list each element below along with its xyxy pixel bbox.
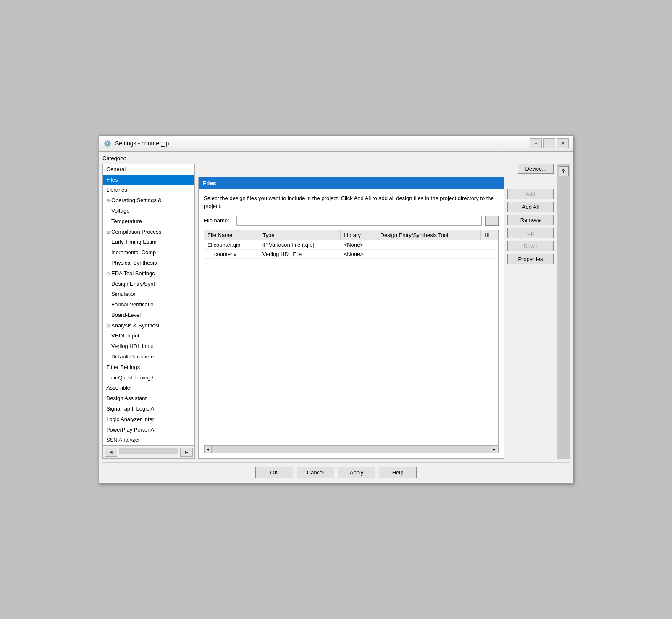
remove-button[interactable]: Remove <box>507 215 554 225</box>
sidebar-item-voltage[interactable]: Voltage <box>103 206 194 216</box>
left-panel: General Files Libraries ⊟Operating Setti… <box>102 164 195 459</box>
sidebar-item-fitter-settings[interactable]: Fitter Settings <box>103 362 194 373</box>
sidebar-item-default-parameters[interactable]: Default Paramete <box>103 352 194 362</box>
device-button[interactable]: Device... <box>518 164 554 174</box>
col-tool: Design Entry/Synthesis Tool <box>377 230 481 240</box>
minimize-button[interactable]: − <box>530 138 542 148</box>
nav-forward-button[interactable]: ► <box>180 448 193 457</box>
sidebar-item-vhdl-input[interactable]: VHDL Input <box>103 331 194 341</box>
sidebar-item-eda-tool-settings[interactable]: ⊟EDA Tool Settings <box>103 269 194 279</box>
file-table: File Name Type Library Design Entry/Synt… <box>204 230 498 259</box>
horizontal-scrollbar: ◄ ► <box>204 445 498 453</box>
col-type: Type <box>259 230 341 240</box>
sidebar-item-board-level[interactable]: Board-Level <box>103 310 194 321</box>
properties-button[interactable]: Properties <box>507 254 554 264</box>
table-row[interactable]: counter.v Verilog HDL File <None> <box>204 249 498 258</box>
settings-window: ⚙️ Settings - counter_ip − □ ✕ Category:… <box>99 135 573 484</box>
scroll-track[interactable] <box>212 446 491 453</box>
sidebar-item-files[interactable]: Files <box>103 175 194 185</box>
file-table-container: File Name Type Library Design Entry/Synt… <box>204 230 499 454</box>
file-name-input[interactable] <box>236 216 482 226</box>
cell-tool <box>377 249 481 258</box>
title-bar: ⚙️ Settings - counter_ip − □ ✕ <box>99 136 573 152</box>
cell-tool <box>377 240 481 249</box>
content-body: Select the design files you want to incl… <box>199 189 504 459</box>
title-bar-left: ⚙️ Settings - counter_ip <box>103 140 169 148</box>
sidebar-item-general[interactable]: General <box>103 164 194 175</box>
add-button[interactable]: Add <box>507 189 554 199</box>
table-header: File Name Type Library Design Entry/Synt… <box>204 230 498 240</box>
sidebar-item-logic-analyzer[interactable]: Logic Analyzer Inter <box>103 414 194 425</box>
left-panel-nav: ◄ ► <box>103 445 194 458</box>
sidebar-item-verilog-hdl-input[interactable]: Verilog HDL Input <box>103 341 194 352</box>
scroll-left-button[interactable]: ◄ <box>204 446 212 453</box>
down-button[interactable]: Down <box>507 241 554 251</box>
sidebar-item-analysis-synthesis[interactable]: ⊟Analysis & Synthesi <box>103 321 194 331</box>
sidebar-item-design-entry[interactable]: Design Entry/Synt <box>103 279 194 290</box>
table-empty-space <box>204 259 498 446</box>
sidebar-item-assembler[interactable]: Assembler <box>103 383 194 393</box>
sidebar-item-timequest[interactable]: TimeQuest Timing / <box>103 373 194 383</box>
browse-button[interactable]: ... <box>485 216 499 226</box>
device-row: Device... <box>198 164 554 174</box>
sidebar-item-design-assistant[interactable]: Design Assistant <box>103 393 194 404</box>
help-icon-button[interactable]: ? <box>559 166 569 176</box>
content-panel: Files Select the design files you want t… <box>198 177 504 459</box>
cell-hi <box>481 249 498 258</box>
help-panel: ? <box>557 164 570 459</box>
help-button[interactable]: Help <box>379 467 417 478</box>
cell-library: <None> <box>341 249 377 258</box>
cell-filename: counter.v <box>204 249 259 258</box>
add-all-button[interactable]: Add All <box>507 202 554 212</box>
right-content-row: Files Select the design files you want t… <box>198 177 554 459</box>
file-name-label: File name: <box>204 217 233 224</box>
file-name-row: File name: ... <box>204 216 499 226</box>
sidebar-item-libraries[interactable]: Libraries <box>103 185 194 195</box>
col-filename: File Name <box>204 230 259 240</box>
sidebar-item-incremental-comp[interactable]: Incremental Comp <box>103 248 194 258</box>
maximize-button[interactable]: □ <box>543 138 555 148</box>
content-header: Files <box>199 177 504 189</box>
up-button[interactable]: Up <box>507 228 554 238</box>
table-row[interactable]: ⊟ counter.qip IP Variation File (.qip) <… <box>204 240 498 249</box>
sidebar-item-early-timing[interactable]: Early Timing Estim <box>103 237 194 248</box>
tree-container: General Files Libraries ⊟Operating Setti… <box>103 164 194 446</box>
window-controls: − □ ✕ <box>530 138 569 148</box>
apply-button[interactable]: Apply <box>338 467 375 478</box>
window-title: Settings - counter_ip <box>115 140 169 147</box>
main-area: General Files Libraries ⊟Operating Setti… <box>102 164 570 459</box>
col-hi: Hi <box>481 230 498 240</box>
content-description: Select the design files you want to incl… <box>204 194 499 211</box>
app-icon: ⚙️ <box>103 140 112 148</box>
action-buttons: Add Add All Remove Up Down Properties <box>507 177 554 459</box>
bottom-buttons: OK Cancel Apply Help <box>102 462 570 480</box>
category-label: Category: <box>102 155 570 161</box>
dialog-body: Category: General Files Libraries ⊟Opera… <box>99 152 573 484</box>
cell-hi <box>481 240 498 249</box>
right-panel: Device... Files Select the design files … <box>198 164 554 459</box>
sidebar-item-signaltap[interactable]: SignalTap II Logic A <box>103 404 194 414</box>
cell-filename: ⊟ counter.qip <box>204 240 259 249</box>
nav-scrollbar[interactable] <box>119 448 178 454</box>
cancel-button[interactable]: Cancel <box>297 467 334 478</box>
ok-button[interactable]: OK <box>255 467 293 478</box>
table-body: ⊟ counter.qip IP Variation File (.qip) <… <box>204 240 498 258</box>
col-library: Library <box>341 230 377 240</box>
sidebar-item-simulation[interactable]: Simulation <box>103 289 194 300</box>
sidebar-item-powerplay[interactable]: PowerPlay Power A <box>103 425 194 435</box>
sidebar-item-ssn-analyzer[interactable]: SSN Analyzer <box>103 435 194 445</box>
cell-type: IP Variation File (.qip) <box>259 240 341 249</box>
cell-library: <None> <box>341 240 377 249</box>
sidebar-item-compilation-process[interactable]: ⊟Compilation Process <box>103 227 194 237</box>
close-button[interactable]: ✕ <box>557 138 569 148</box>
cell-type: Verilog HDL File <box>259 249 341 258</box>
sidebar-item-temperature[interactable]: Temperature <box>103 216 194 227</box>
sidebar-item-formal-verification[interactable]: Formal Verificatio <box>103 300 194 310</box>
sidebar-item-physical-synthesis[interactable]: Physical Synthesis <box>103 258 194 269</box>
sidebar-item-operating-settings[interactable]: ⊟Operating Settings & <box>103 195 194 206</box>
scroll-right-button[interactable]: ► <box>491 446 498 453</box>
nav-back-button[interactable]: ◄ <box>105 448 117 457</box>
